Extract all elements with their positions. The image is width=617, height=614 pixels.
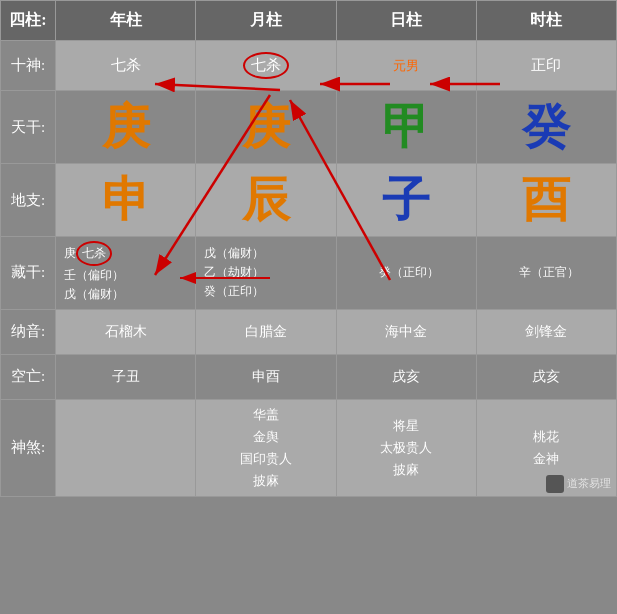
header-ri: 日柱 [336, 1, 476, 41]
watermark: 道茶易理 [546, 475, 611, 493]
dizhi-yue: 辰 [196, 164, 336, 237]
shishen-yue-circled: 七杀 [243, 52, 289, 79]
shishen-ri: 元男 [336, 41, 476, 91]
dizhi-row: 地支: 申 辰 子 酉 [1, 164, 617, 237]
kongwang-row: 空亡: 子丑 申酉 戌亥 戌亥 [1, 354, 617, 399]
nayin-nian: 石榴木 [56, 309, 196, 354]
shensha-yue: 华盖金舆国印贵人披麻 [196, 399, 336, 496]
dizhi-label: 地支: [1, 164, 56, 237]
tiangan-ri: 甲 [336, 91, 476, 164]
shishen-shi-text: 正印 [531, 57, 561, 73]
zanggan-row: 藏干: 庚七杀 壬（偏印） 戊（偏财） 戊（偏财） 乙（劫财） 癸（正印） 癸（… [1, 237, 617, 310]
dizhi-shi-char: 酉 [522, 173, 570, 226]
shensha-ri: 将星太极贵人披麻 [336, 399, 476, 496]
tiangan-row: 天干: 庚 庚 甲 癸 [1, 91, 617, 164]
zanggan-yue: 戊（偏财） 乙（劫财） 癸（正印） [196, 237, 336, 310]
watermark-text: 道茶易理 [567, 476, 611, 491]
dizhi-shi: 酉 [476, 164, 616, 237]
bazi-table: 四柱: 年柱 月柱 日柱 时柱 十神: 七杀 七杀 元男 [0, 0, 617, 497]
zanggan-nian: 庚七杀 壬（偏印） 戊（偏财） [56, 237, 196, 310]
header-nian: 年柱 [56, 1, 196, 41]
header-yue: 月柱 [196, 1, 336, 41]
zanggan-ri: 癸（正印） [336, 237, 476, 310]
shensha-label: 神煞: [1, 399, 56, 496]
shishen-ri-text: 元男 [393, 58, 419, 73]
nayin-shi: 剑锋金 [476, 309, 616, 354]
shishen-nian-text: 七杀 [111, 57, 141, 73]
tiangan-shi-char: 癸 [522, 100, 570, 153]
dizhi-yue-char: 辰 [242, 173, 290, 226]
zanggan-label: 藏干: [1, 237, 56, 310]
dizhi-nian-char: 申 [102, 173, 150, 226]
header-shi: 时柱 [476, 1, 616, 41]
dizhi-ri: 子 [336, 164, 476, 237]
shensha-row: 神煞: 华盖金舆国印贵人披麻 将星太极贵人披麻 桃花金神 [1, 399, 617, 496]
shishen-row: 十神: 七杀 七杀 元男 正印 [1, 41, 617, 91]
kongwang-label: 空亡: [1, 354, 56, 399]
wechat-icon [546, 475, 564, 493]
kongwang-yue: 申酉 [196, 354, 336, 399]
shishen-yue: 七杀 [196, 41, 336, 91]
zanggan-shi: 辛（正官） [476, 237, 616, 310]
kongwang-nian: 子丑 [56, 354, 196, 399]
tiangan-label: 天干: [1, 91, 56, 164]
dizhi-nian: 申 [56, 164, 196, 237]
tiangan-shi: 癸 [476, 91, 616, 164]
zanggan-highlight: 七杀 [76, 241, 112, 266]
tiangan-ri-char: 甲 [382, 100, 430, 153]
kongwang-ri: 戌亥 [336, 354, 476, 399]
shishen-label: 十神: [1, 41, 56, 91]
shishen-shi: 正印 [476, 41, 616, 91]
nayin-ri: 海中金 [336, 309, 476, 354]
dizhi-ri-char: 子 [382, 173, 430, 226]
kongwang-shi: 戌亥 [476, 354, 616, 399]
header-label: 四柱: [1, 1, 56, 41]
tiangan-nian: 庚 [56, 91, 196, 164]
tiangan-yue: 庚 [196, 91, 336, 164]
nayin-row: 纳音: 石榴木 白腊金 海中金 剑锋金 [1, 309, 617, 354]
tiangan-yue-char: 庚 [242, 100, 290, 153]
header-row: 四柱: 年柱 月柱 日柱 时柱 [1, 1, 617, 41]
shishen-nian: 七杀 [56, 41, 196, 91]
nayin-yue: 白腊金 [196, 309, 336, 354]
tiangan-nian-char: 庚 [102, 100, 150, 153]
nayin-label: 纳音: [1, 309, 56, 354]
shensha-nian [56, 399, 196, 496]
